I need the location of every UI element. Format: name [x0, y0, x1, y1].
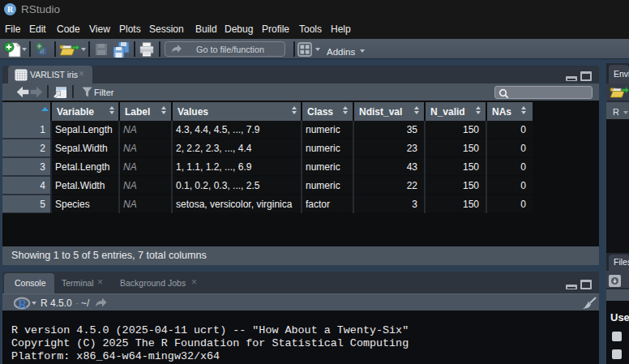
svg-text:R: R — [19, 298, 28, 310]
